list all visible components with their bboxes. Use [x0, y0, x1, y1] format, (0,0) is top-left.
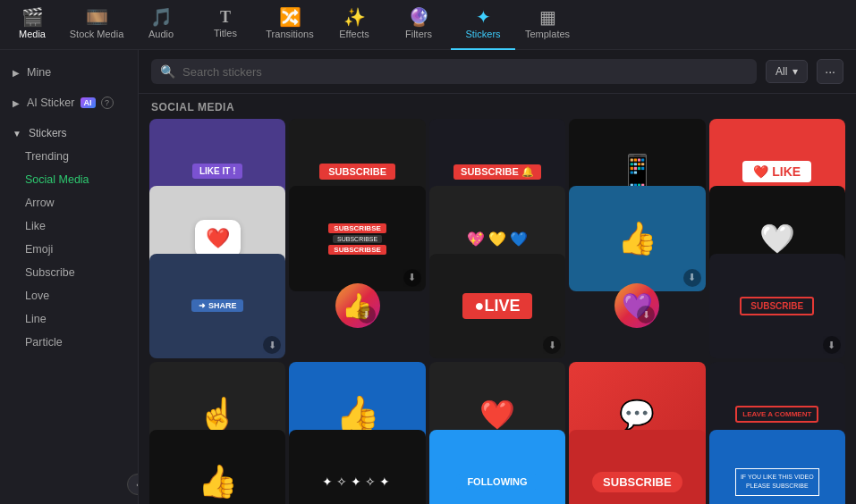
arrow-icon: ▶ [13, 98, 20, 108]
download-button[interactable]: ⬇ [263, 336, 281, 354]
titles-icon: T [220, 9, 231, 25]
sticker-card[interactable]: ✦✧✦✧✦ ⬇ [289, 430, 425, 504]
nav-titles-label: Titles [214, 28, 237, 38]
nav-stock-media-label: Stock Media [70, 29, 124, 39]
sticker-card[interactable]: 💜 ⬇ [614, 283, 659, 328]
filter-label: All [775, 65, 787, 78]
sticker-grid: LIKE IT ! ⬇ SUBSCRIBE ⬇ SUBSCRIBE 🔔 ⬇ 📱 … [139, 119, 856, 504]
download-button[interactable]: ⬇ [683, 269, 701, 287]
transitions-icon: 🔀 [279, 8, 301, 26]
sticker-card[interactable]: 👍 ⬇ [569, 186, 705, 290]
search-input[interactable] [182, 65, 748, 79]
sidebar-stickers-header[interactable]: ▼ Stickers [0, 122, 138, 145]
nav-stock-media[interactable]: 🎞️ Stock Media [64, 0, 129, 50]
sidebar-collapse-button[interactable]: ‹ [127, 474, 139, 495]
nav-effects[interactable]: ✨ Effects [322, 0, 386, 50]
expand-icon: ▼ [13, 129, 21, 139]
nav-audio-label: Audio [148, 29, 174, 39]
nav-stickers[interactable]: ✦ Stickers [451, 0, 515, 50]
stock-media-icon: 🎞️ [86, 8, 108, 26]
download-button[interactable]: ⬇ [358, 306, 376, 323]
sticker-card[interactable]: 👍 ⬇ [149, 430, 285, 504]
sidebar-social-media-label: Social Media [25, 173, 89, 186]
nav-transitions[interactable]: 🔀 Transitions [258, 0, 322, 50]
sticker-card[interactable]: IF YOU LIKE THIS VIDEOPLEASE SUBSCRIBE ⬇ [709, 430, 845, 504]
nav-filters-label: Filters [405, 29, 432, 39]
sidebar: ▶ Mine ▶ AI Sticker AI ? ▼ Stickers Tren… [0, 50, 139, 504]
sidebar-item-like[interactable]: Like [0, 214, 138, 238]
templates-icon: ▦ [539, 8, 556, 26]
main-content: ▶ Mine ▶ AI Sticker AI ? ▼ Stickers Tren… [0, 50, 856, 504]
media-icon: 🎬 [21, 8, 44, 26]
nav-transitions-label: Transitions [266, 29, 313, 39]
sidebar-item-emoji[interactable]: Emoji [0, 238, 138, 261]
sidebar-item-line[interactable]: Line [0, 307, 138, 331]
sidebar-item-arrow[interactable]: Arrow [0, 191, 138, 214]
stickers-icon: ✦ [476, 8, 491, 26]
sidebar-item-mine[interactable]: ▶ Mine [0, 61, 138, 84]
nav-templates[interactable]: ▦ Templates [515, 0, 580, 50]
sticker-card[interactable]: ➜SHARE ⬇ [149, 254, 285, 358]
filter-dropdown[interactable]: All ▾ [766, 60, 808, 83]
effects-icon: ✨ [343, 8, 366, 26]
sidebar-mine-section: ▶ Mine [0, 57, 138, 88]
sticker-card[interactable]: ●LIVE ⬇ [429, 254, 565, 358]
arrow-icon: ▶ [13, 68, 20, 78]
sidebar-ai-sticker-label: AI Sticker [27, 97, 75, 109]
sticker-card[interactable]: SUBSCRIBSE SUBSCRIBSE SUBSCRIBSE ⬇ [289, 186, 425, 290]
nav-media-label: Media [19, 29, 46, 39]
download-button[interactable]: ⬇ [403, 269, 421, 287]
sidebar-emoji-label: Emoji [25, 243, 53, 256]
sidebar-trending-label: Trending [25, 150, 69, 163]
nav-effects-label: Effects [339, 29, 369, 39]
sidebar-like-label: Like [25, 220, 46, 232]
sidebar-line-label: Line [25, 313, 47, 325]
nav-filters[interactable]: 🔮 Filters [386, 0, 451, 50]
section-title: SOCIAL MEDIA [139, 94, 856, 119]
top-navigation: 🎬 Media 🎞️ Stock Media 🎵 Audio T Titles … [0, 0, 856, 50]
sidebar-stickers-label: Stickers [29, 127, 67, 139]
nav-audio[interactable]: 🎵 Audio [129, 0, 193, 50]
nav-templates-label: Templates [525, 29, 570, 39]
filters-icon: 🔮 [408, 8, 430, 26]
more-options-button[interactable]: ··· [817, 59, 843, 84]
sticker-card[interactable]: FOLLOWING ⬇ [429, 430, 565, 504]
sidebar-love-label: Love [25, 290, 49, 302]
download-button[interactable]: ⬇ [543, 336, 561, 354]
help-icon[interactable]: ? [101, 97, 114, 109]
sidebar-particle-label: Particle [25, 336, 63, 349]
sticker-card[interactable]: SUBSCRIBE ⬇ [569, 430, 705, 504]
sticker-card[interactable]: SUBSCRIBE ⬇ [709, 254, 845, 358]
nav-titles[interactable]: T Titles [193, 0, 258, 50]
nav-media[interactable]: 🎬 Media [0, 0, 64, 50]
search-bar: 🔍 All ▾ ··· [139, 50, 856, 94]
ai-badge: AI [81, 97, 96, 108]
chevron-down-icon: ▾ [792, 65, 798, 78]
sidebar-subscribe-label: Subscribe [25, 266, 75, 279]
sidebar-ai-section: ▶ AI Sticker AI ? [0, 88, 138, 118]
sidebar-item-particle[interactable]: Particle [0, 331, 138, 354]
download-button[interactable]: ⬇ [823, 336, 841, 354]
sidebar-stickers-section: ▼ Stickers Trending Social Media Arrow L… [0, 118, 138, 357]
right-panel: 🔍 All ▾ ··· SOCIAL MEDIA LIKE IT ! ⬇ SUB… [139, 50, 856, 504]
search-icon: 🔍 [160, 64, 175, 79]
sidebar-item-social-media[interactable]: Social Media [0, 168, 138, 191]
sticker-card[interactable]: 👍 ⬇ [335, 283, 380, 328]
sidebar-arrow-label: Arrow [25, 197, 55, 209]
sidebar-item-love[interactable]: Love [0, 284, 138, 307]
download-button[interactable]: ⬇ [637, 306, 655, 323]
audio-icon: 🎵 [150, 8, 173, 26]
sidebar-item-ai-sticker[interactable]: ▶ AI Sticker AI ? [0, 91, 138, 114]
sidebar-item-subscribe[interactable]: Subscribe [0, 261, 138, 284]
nav-stickers-label: Stickers [465, 29, 500, 39]
search-input-wrapper: 🔍 [151, 59, 757, 84]
sidebar-item-trending[interactable]: Trending [0, 145, 138, 168]
sidebar-mine-label: Mine [27, 66, 51, 79]
